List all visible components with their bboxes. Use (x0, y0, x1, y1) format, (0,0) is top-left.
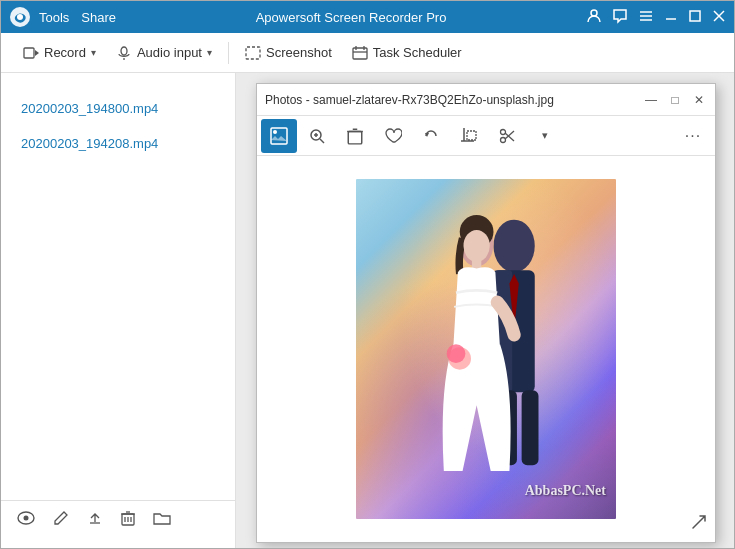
svg-point-40 (501, 137, 506, 142)
record-chevron: ▾ (91, 47, 96, 58)
popup-resize-button[interactable] (691, 514, 707, 534)
minimize-button[interactable] (664, 9, 678, 26)
center-area: Photos - samuel-zlatarev-Rx73BQ2EhZo-uns… (236, 73, 734, 548)
maximize-button[interactable] (688, 9, 702, 26)
svg-rect-10 (24, 48, 34, 58)
popup-more-button[interactable]: ··· (675, 119, 711, 153)
svg-point-1 (17, 14, 23, 20)
app-title: Apowersoft Screen Recorder Pro (116, 10, 586, 25)
photo-watermark: AbbasPC.Net (525, 483, 606, 499)
svg-point-28 (273, 130, 277, 134)
popup-image-button[interactable] (261, 119, 297, 153)
popup-image-area: AbbasPC.Net (257, 156, 715, 542)
popup-title: Photos - samuel-zlatarev-Rx73BQ2EhZo-uns… (265, 93, 643, 107)
delete-button[interactable] (121, 510, 135, 530)
menu-share[interactable]: Share (81, 10, 116, 25)
svg-rect-49 (522, 390, 539, 465)
popup-title-bar: Photos - samuel-zlatarev-Rx73BQ2EhZo-uns… (257, 84, 715, 116)
popup-close-button[interactable]: ✕ (691, 92, 707, 108)
app-logo (9, 6, 31, 28)
svg-point-12 (121, 47, 127, 55)
title-bar-menus: Tools Share (39, 10, 116, 25)
svg-point-20 (24, 515, 29, 520)
preview-button[interactable] (17, 511, 35, 529)
chat-icon[interactable] (612, 8, 628, 27)
svg-rect-15 (353, 48, 367, 59)
svg-rect-39 (467, 131, 476, 140)
file-item[interactable]: 20200203_194800.mp4 (13, 91, 223, 126)
svg-point-41 (501, 129, 506, 134)
menu-tools[interactable]: Tools (39, 10, 69, 25)
audio-input-button[interactable]: Audio input ▾ (106, 40, 222, 66)
toolbar-separator (228, 42, 229, 64)
window-controls (586, 8, 726, 27)
edit-button[interactable] (53, 510, 69, 530)
photos-popup: Photos - samuel-zlatarev-Rx73BQ2EhZo-uns… (256, 83, 716, 543)
popup-controls: — □ ✕ (643, 92, 707, 108)
popup-minimize-button[interactable]: — (643, 92, 659, 108)
app-window: Tools Share Apowersoft Screen Recorder P… (0, 0, 735, 549)
file-item[interactable]: 20200203_194208.mp4 (13, 126, 223, 161)
main-toolbar: Record ▾ Audio input ▾ Screenshot Task S… (1, 33, 734, 73)
screenshot-button[interactable]: Screenshot (235, 40, 342, 65)
folder-button[interactable] (153, 511, 171, 529)
popup-maximize-button[interactable]: □ (667, 92, 683, 108)
left-panel: 20200203_194800.mp4 20200203_194208.mp4 (1, 73, 236, 548)
svg-rect-14 (246, 47, 260, 59)
svg-point-2 (591, 10, 597, 16)
popup-scissors-button[interactable] (489, 119, 525, 153)
audio-chevron: ▾ (207, 47, 212, 58)
svg-rect-27 (271, 128, 287, 144)
close-button[interactable] (712, 9, 726, 26)
share-button[interactable] (87, 510, 103, 530)
popup-zoom-in-button[interactable] (299, 119, 335, 153)
popup-rotate-button[interactable] (413, 119, 449, 153)
popup-delete-button[interactable] (337, 119, 373, 153)
file-list: 20200203_194800.mp4 20200203_194208.mp4 (1, 83, 235, 500)
bottom-toolbar (1, 500, 235, 538)
popup-toolbar: ▾ ··· (257, 116, 715, 156)
title-bar: Tools Share Apowersoft Screen Recorder P… (1, 1, 734, 33)
svg-line-30 (320, 139, 324, 143)
svg-rect-33 (348, 131, 362, 143)
task-scheduler-button[interactable]: Task Scheduler (342, 40, 472, 65)
svg-point-44 (494, 220, 535, 273)
popup-heart-button[interactable] (375, 119, 411, 153)
wedding-photo: AbbasPC.Net (356, 179, 616, 519)
svg-point-52 (464, 230, 490, 262)
svg-rect-7 (690, 11, 700, 21)
hamburger-icon[interactable] (638, 8, 654, 27)
popup-chevron-button[interactable]: ▾ (527, 119, 563, 153)
svg-point-55 (447, 344, 466, 363)
main-content: 20200203_194800.mp4 20200203_194208.mp4 (1, 73, 734, 548)
popup-crop-button[interactable] (451, 119, 487, 153)
record-button[interactable]: Record ▾ (13, 40, 106, 65)
profile-icon[interactable] (586, 8, 602, 27)
couple-silhouette (356, 179, 616, 519)
svg-marker-11 (35, 50, 39, 56)
